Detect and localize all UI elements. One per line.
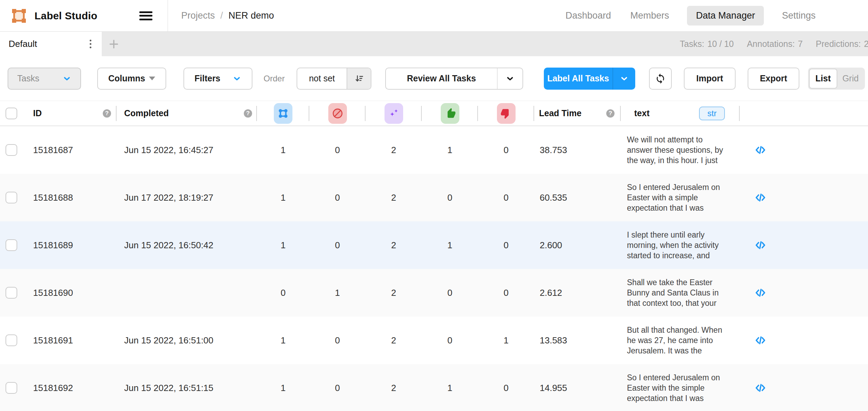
task-id-cell: 15181687: [23, 126, 117, 174]
column-label-completed[interactable]: Completed: [124, 108, 169, 118]
annotations-count-cell: 1: [257, 174, 309, 221]
column-label-id[interactable]: ID: [33, 108, 42, 118]
column-label-text[interactable]: text: [634, 108, 649, 118]
export-button[interactable]: Export: [748, 68, 799, 90]
code-icon: [754, 239, 767, 251]
cancelled-count-cell: 0: [309, 317, 366, 364]
label-all-tasks-button[interactable]: Label All Tasks: [544, 68, 635, 90]
task-text-cell: So I entered Jerusalem on Easter with th…: [621, 364, 740, 411]
row-checkbox[interactable]: [6, 144, 17, 156]
row-filler: [781, 126, 868, 174]
task-source-cell: [740, 174, 781, 221]
row-checkbox[interactable]: [6, 287, 17, 299]
task-text-cell: Shall we take the Easter Bunny and Santa…: [621, 269, 740, 317]
filters-dropdown-button[interactable]: Filters: [183, 68, 252, 90]
view-toggle: List Grid: [808, 68, 865, 90]
help-icon[interactable]: ?: [103, 109, 111, 118]
rejected-count-cell: 0: [478, 174, 534, 221]
row-checkbox[interactable]: [6, 192, 17, 203]
refresh-button[interactable]: [649, 68, 672, 90]
completed-cell: Jun 15 2022, 16:50:42: [117, 221, 257, 269]
annotations-count-cell: 1: [257, 126, 309, 174]
chevron-down-icon: [620, 74, 629, 83]
nav-data-manager[interactable]: Data Manager: [687, 6, 764, 26]
nav-settings[interactable]: Settings: [780, 6, 817, 26]
cancelled-count-cell: 0: [309, 221, 366, 269]
row-filler: [781, 269, 868, 317]
open-task-source-button[interactable]: [754, 144, 767, 156]
column-header-completed[interactable]: Completed ?: [117, 101, 257, 126]
column-header-filler: [781, 101, 868, 126]
select-all-checkbox[interactable]: [6, 108, 17, 119]
table-row[interactable]: 15181688Jun 17 2022, 18:19:271020060.535…: [0, 174, 868, 221]
nav-members[interactable]: Members: [629, 6, 671, 26]
table-row[interactable]: 15181691Jun 15 2022, 16:51:001020113.583…: [0, 317, 868, 364]
tasks-dropdown-button[interactable]: Tasks: [8, 68, 81, 90]
sort-direction-button[interactable]: [347, 68, 371, 89]
column-label-lead-time[interactable]: Lead Time: [539, 108, 581, 118]
breadcrumb-projects-link[interactable]: Projects: [181, 10, 215, 21]
accepted-count-cell: 1: [422, 364, 478, 411]
row-filler: [781, 364, 868, 411]
chevron-down-icon: [506, 74, 515, 83]
annotations-count-cell: 1: [257, 364, 309, 411]
annotations-count-cell: 1: [257, 317, 309, 364]
column-header-annotations[interactable]: [257, 101, 309, 126]
view-grid-button[interactable]: Grid: [837, 69, 864, 89]
select-all-cell: [0, 101, 23, 126]
add-tab-button[interactable]: [102, 32, 126, 56]
column-header-lead-time[interactable]: Lead Time ?: [534, 101, 621, 126]
task-source-cell: [740, 221, 781, 269]
row-checkbox-cell: [0, 269, 23, 317]
columns-dropdown-button[interactable]: Columns: [97, 68, 166, 90]
open-task-source-button[interactable]: [754, 191, 767, 204]
task-id-cell: 15181688: [23, 174, 117, 221]
predictions-count-cell: 2: [366, 221, 422, 269]
breadcrumb-separator: /: [220, 10, 223, 21]
header-divider: [168, 0, 168, 32]
nav-dashboard[interactable]: Dashboard: [564, 6, 612, 26]
view-list-button[interactable]: List: [809, 69, 837, 89]
open-task-source-button[interactable]: [754, 382, 767, 394]
sort-descending-icon: [354, 74, 364, 83]
project-stats: Tasks:10 / 10 Annotations:7 Predictions:…: [680, 32, 868, 56]
open-task-source-button[interactable]: [754, 239, 767, 251]
tab-default[interactable]: Default: [0, 32, 102, 56]
review-all-tasks-button[interactable]: Review All Tasks: [385, 68, 523, 90]
column-header-accepted[interactable]: [422, 101, 478, 126]
task-source-cell: [740, 364, 781, 411]
open-task-source-button[interactable]: [754, 334, 767, 347]
order-dropdown-button[interactable]: not set: [297, 68, 371, 90]
order-label: Order: [262, 74, 286, 83]
predictions-count-cell: 2: [366, 317, 422, 364]
row-filler: [781, 221, 868, 269]
table-row[interactable]: 15181692Jun 15 2022, 16:51:151021014.955…: [0, 364, 868, 411]
triangle-down-icon: [149, 77, 155, 80]
table-row[interactable]: 15181689Jun 15 2022, 16:50:42102102.600I…: [0, 221, 868, 269]
open-task-source-button[interactable]: [754, 287, 767, 299]
table-row[interactable]: 15181690012002.612Shall we take the East…: [0, 269, 868, 317]
row-checkbox-cell: [0, 126, 23, 174]
hamburger-menu-icon[interactable]: [139, 11, 152, 20]
column-header-cancelled[interactable]: [309, 101, 366, 126]
plus-icon: [108, 39, 119, 50]
column-header-predictions[interactable]: [366, 101, 422, 126]
row-checkbox[interactable]: [6, 334, 17, 346]
tab-options-kebab-icon[interactable]: [88, 38, 93, 50]
column-header-id[interactable]: ID ?: [23, 101, 117, 126]
help-icon[interactable]: ?: [606, 109, 615, 118]
row-checkbox[interactable]: [6, 382, 17, 394]
row-checkbox[interactable]: [6, 239, 17, 251]
accepted-count-cell: 0: [422, 317, 478, 364]
table-row[interactable]: 15181687Jun 15 2022, 16:45:271021038.753…: [0, 126, 868, 174]
task-text-cell: I slept there until early morning, when …: [621, 221, 740, 269]
column-header-text[interactable]: text str: [621, 101, 740, 126]
import-button[interactable]: Import: [684, 68, 736, 90]
review-dropdown-toggle[interactable]: [497, 68, 522, 89]
label-dropdown-toggle[interactable]: [612, 68, 635, 90]
rejected-count-cell: 1: [478, 317, 534, 364]
column-header-rejected[interactable]: [478, 101, 534, 126]
help-icon[interactable]: ?: [244, 109, 252, 118]
accepted-count-cell: 0: [422, 174, 478, 221]
label-studio-logo-icon: [11, 8, 27, 24]
